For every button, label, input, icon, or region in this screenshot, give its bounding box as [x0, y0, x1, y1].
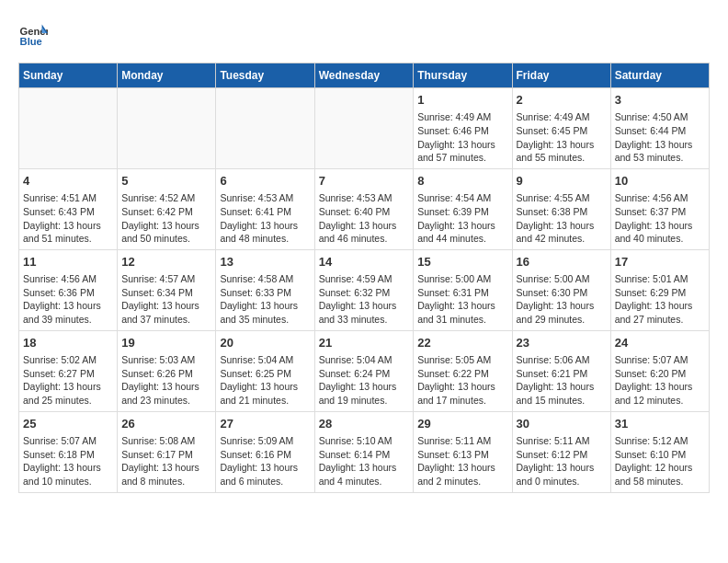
day-info: and 10 minutes. — [23, 475, 113, 488]
page-header: General Blue — [18, 18, 710, 48]
day-info: Sunset: 6:13 PM — [417, 448, 507, 462]
calendar-cell: 1Sunrise: 4:49 AMSunset: 6:46 PMDaylight… — [414, 88, 512, 169]
day-info: Sunset: 6:37 PM — [615, 205, 705, 219]
day-info: Sunset: 6:32 PM — [319, 286, 410, 300]
calendar-cell — [314, 88, 414, 169]
day-info: Sunset: 6:38 PM — [517, 205, 607, 219]
day-info: and 0 minutes. — [517, 475, 607, 488]
day-info: Sunrise: 4:55 AM — [517, 191, 607, 205]
week-row-4: 18Sunrise: 5:02 AMSunset: 6:27 PMDayligh… — [19, 330, 710, 411]
day-info: and 48 minutes. — [220, 232, 310, 246]
day-number: 27 — [220, 416, 310, 432]
calendar-cell: 8Sunrise: 4:54 AMSunset: 6:39 PMDaylight… — [414, 168, 512, 249]
day-info: Sunset: 6:21 PM — [517, 367, 607, 381]
day-info: Sunrise: 4:49 AM — [517, 110, 607, 124]
day-number: 5 — [121, 173, 211, 190]
day-info: Daylight: 13 hours — [319, 219, 410, 233]
day-info: Sunrise: 5:11 AM — [417, 434, 507, 448]
logo: General Blue — [18, 18, 51, 48]
day-info: Daylight: 13 hours — [417, 380, 507, 394]
day-info: and 15 minutes. — [517, 394, 607, 408]
day-info: Daylight: 13 hours — [121, 219, 211, 233]
day-info: Sunrise: 5:00 AM — [417, 272, 507, 286]
week-row-2: 4Sunrise: 4:51 AMSunset: 6:43 PMDaylight… — [19, 168, 710, 249]
day-info: and 33 minutes. — [319, 313, 410, 327]
day-info: Sunrise: 4:50 AM — [615, 110, 705, 124]
day-info: Sunrise: 5:07 AM — [23, 434, 113, 448]
day-info: Daylight: 13 hours — [220, 461, 310, 475]
day-info: Daylight: 13 hours — [517, 461, 607, 475]
day-number: 10 — [615, 173, 705, 190]
day-info: Sunset: 6:43 PM — [23, 205, 113, 219]
day-info: and 58 minutes. — [615, 475, 705, 488]
calendar-cell: 6Sunrise: 4:53 AMSunset: 6:41 PMDaylight… — [216, 168, 314, 249]
day-info: Sunset: 6:24 PM — [319, 367, 410, 381]
day-info: Daylight: 13 hours — [319, 299, 410, 313]
col-header-thursday: Thursday — [414, 63, 512, 88]
day-info: Daylight: 13 hours — [517, 138, 607, 152]
calendar-cell: 17Sunrise: 5:01 AMSunset: 6:29 PMDayligh… — [610, 249, 709, 330]
day-info: Daylight: 13 hours — [417, 461, 507, 475]
calendar-cell: 23Sunrise: 5:06 AMSunset: 6:21 PMDayligh… — [512, 330, 610, 411]
day-number: 15 — [417, 254, 507, 270]
day-info: Sunset: 6:31 PM — [417, 286, 507, 300]
day-info: Sunset: 6:25 PM — [220, 367, 310, 381]
calendar-cell — [216, 88, 314, 169]
day-info: Sunset: 6:40 PM — [319, 205, 410, 219]
col-header-wednesday: Wednesday — [314, 63, 414, 88]
day-info: and 2 minutes. — [417, 475, 507, 488]
day-number: 6 — [220, 173, 310, 190]
day-info: Daylight: 13 hours — [220, 299, 310, 313]
day-info: Daylight: 13 hours — [615, 299, 705, 313]
day-number: 2 — [517, 92, 607, 109]
day-number: 4 — [23, 173, 113, 190]
day-info: and 44 minutes. — [417, 232, 507, 246]
day-info: Daylight: 13 hours — [121, 380, 211, 394]
calendar-cell: 5Sunrise: 4:52 AMSunset: 6:42 PMDaylight… — [118, 168, 216, 249]
calendar-cell: 25Sunrise: 5:07 AMSunset: 6:18 PMDayligh… — [19, 411, 118, 492]
calendar-cell: 31Sunrise: 5:12 AMSunset: 6:10 PMDayligh… — [610, 411, 709, 492]
calendar-cell: 9Sunrise: 4:55 AMSunset: 6:38 PMDaylight… — [512, 168, 610, 249]
day-info: Sunset: 6:36 PM — [23, 286, 113, 300]
day-info: Sunrise: 4:56 AM — [615, 191, 705, 205]
logo-icon: General Blue — [18, 18, 48, 48]
day-number: 3 — [615, 92, 705, 109]
day-info: and 35 minutes. — [220, 313, 310, 327]
day-number: 21 — [319, 335, 410, 351]
day-info: Sunrise: 4:59 AM — [319, 272, 410, 286]
day-number: 1 — [417, 92, 507, 109]
day-info: Sunset: 6:30 PM — [517, 286, 607, 300]
day-info: Sunset: 6:20 PM — [615, 367, 705, 381]
calendar-cell: 13Sunrise: 4:58 AMSunset: 6:33 PMDayligh… — [216, 249, 314, 330]
week-row-3: 11Sunrise: 4:56 AMSunset: 6:36 PMDayligh… — [19, 249, 710, 330]
calendar-cell: 12Sunrise: 4:57 AMSunset: 6:34 PMDayligh… — [118, 249, 216, 330]
day-info: Sunrise: 5:00 AM — [517, 272, 607, 286]
day-info: Sunset: 6:14 PM — [319, 448, 410, 462]
col-header-saturday: Saturday — [610, 63, 709, 88]
day-info: Sunset: 6:10 PM — [615, 448, 705, 462]
day-info: Sunrise: 4:53 AM — [220, 191, 310, 205]
day-info: Sunset: 6:22 PM — [417, 367, 507, 381]
calendar-cell: 4Sunrise: 4:51 AMSunset: 6:43 PMDaylight… — [19, 168, 118, 249]
day-info: and 55 minutes. — [517, 151, 607, 165]
day-info: Sunrise: 4:53 AM — [319, 191, 410, 205]
day-number: 22 — [417, 335, 507, 351]
day-info: Sunrise: 5:09 AM — [220, 434, 310, 448]
day-number: 13 — [220, 254, 310, 270]
day-number: 16 — [517, 254, 607, 270]
day-info: and 37 minutes. — [121, 313, 211, 327]
day-info: Daylight: 13 hours — [517, 299, 607, 313]
day-info: and 39 minutes. — [23, 313, 113, 327]
calendar-cell: 20Sunrise: 5:04 AMSunset: 6:25 PMDayligh… — [216, 330, 314, 411]
calendar-cell: 7Sunrise: 4:53 AMSunset: 6:40 PMDaylight… — [314, 168, 414, 249]
day-info: Daylight: 13 hours — [417, 219, 507, 233]
day-info: Sunset: 6:34 PM — [121, 286, 211, 300]
day-info: Sunset: 6:33 PM — [220, 286, 310, 300]
day-number: 26 — [121, 416, 211, 432]
day-info: Sunset: 6:29 PM — [615, 286, 705, 300]
day-number: 18 — [23, 335, 113, 351]
day-info: and 42 minutes. — [517, 232, 607, 246]
day-info: Sunset: 6:26 PM — [121, 367, 211, 381]
day-info: Sunrise: 4:58 AM — [220, 272, 310, 286]
week-row-5: 25Sunrise: 5:07 AMSunset: 6:18 PMDayligh… — [19, 411, 710, 492]
